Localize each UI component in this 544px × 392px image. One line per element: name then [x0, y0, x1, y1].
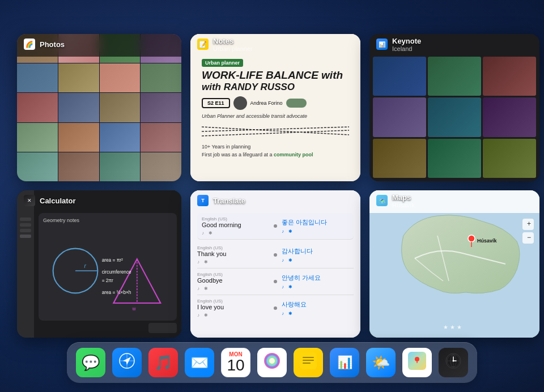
slide-thumb — [428, 57, 481, 96]
keynote-label: Keynote Iceland — [392, 37, 421, 52]
dock-app-photos[interactable] — [257, 348, 287, 377]
translate-dot2 — [274, 253, 277, 257]
slide-thumb — [483, 139, 536, 178]
photo-cell — [141, 123, 181, 152]
notes-last: First job was as a lifeguard at a commun… — [202, 152, 349, 157]
svg-text:Húsavík: Húsavík — [477, 238, 498, 244]
translate-dot3 — [274, 280, 277, 283]
calculator-label: Calculator — [40, 197, 76, 205]
music-icon: 🎵 — [154, 354, 172, 372]
svg-rect-30 — [303, 360, 314, 361]
svg-text:circumference: circumference — [102, 269, 131, 275]
dock-app-safari[interactable] — [112, 348, 142, 377]
photo-cell — [100, 123, 141, 152]
svg-rect-31 — [303, 363, 311, 364]
keynote-header: 📊 Keynote Iceland — [369, 34, 539, 54]
notes-label: Notes Urban planner — [213, 37, 253, 52]
notes-badge-row: S2 E11 Andrea Forino — [202, 96, 349, 110]
calc-sidebar-item — [20, 218, 31, 221]
notes-app-subtitle: Urban planner — [213, 45, 253, 52]
translate-row: English (US) I love you ♪ ✱ 사랑해요 ♪ ✱ — [197, 295, 354, 321]
translate-action4: ✱ — [288, 229, 292, 234]
keynote-dock-icon: 📊 — [337, 355, 352, 370]
translate-to-text3: 안녕히 가세요 — [282, 274, 354, 282]
translate-to-text4: 사랑해요 — [282, 300, 354, 309]
translate-left: English (US) Good morning ♪ ✱ — [202, 216, 269, 236]
translate-left: English (US) I love you ♪ ✱ — [197, 299, 269, 318]
translate-dot — [274, 224, 277, 228]
photo-cell — [17, 63, 58, 92]
svg-point-42 — [453, 360, 454, 361]
calc-sidebar-item — [20, 235, 31, 238]
translate-to-text2: 감사합니다 — [282, 247, 354, 255]
notes-tag: Urban planner — [202, 59, 243, 67]
translate-right4: 사랑해요 ♪ ✱ — [282, 300, 354, 316]
calculator-header: ✕ Calculator — [17, 190, 181, 211]
photo-cell — [17, 152, 58, 181]
translate-content: English (US) Good morning ♪ ✱ 좋은 아침입니다 ♪… — [190, 190, 360, 338]
photos-app-card[interactable]: 🌈 Photos — [17, 34, 181, 181]
translate-action2: ✱ — [209, 231, 212, 236]
notes-app-title: Notes — [213, 37, 253, 45]
calc-sketch-title: Geometry notes — [43, 218, 172, 223]
mail-icon: ✉️ — [190, 354, 209, 372]
dock-app-calendar[interactable]: MON 10 — [221, 348, 250, 377]
translate-app-card[interactable]: English (US) Good morning ♪ ✱ 좋은 아침입니다 ♪… — [190, 190, 360, 338]
slide-thumb — [373, 139, 426, 178]
calculator-app-card[interactable]: Geometry notes r area = πr² circumferenc… — [17, 190, 181, 338]
keynote-slides — [369, 34, 539, 181]
calc-sketch: Geometry notes r area = πr² circumferenc… — [39, 213, 177, 321]
maps-label: Maps Húsavík — [392, 193, 415, 208]
calc-bottom-button — [39, 323, 177, 333]
dock-app-weather[interactable]: 🌤️ — [366, 348, 396, 377]
dock-app-notes[interactable] — [294, 348, 323, 377]
notes-app-card[interactable]: Urban planner WORK-LIFE BALANCE with wit… — [190, 34, 360, 181]
dock-app-messages[interactable]: 💬 — [76, 348, 105, 377]
translate-action1: ♪ — [202, 231, 204, 236]
translate-right2: 감사합니다 ♪ ✱ — [282, 247, 354, 263]
notes-sketch-lines — [202, 122, 349, 142]
notes-names: Andrea Forino — [250, 100, 283, 106]
calendar-day: 10 — [227, 357, 244, 373]
translate-row: English (US) Good morning ♪ ✱ 좋은 아침입니다 ♪… — [197, 213, 354, 240]
keynote-app-subtitle: Iceland — [392, 45, 421, 52]
svg-text:= 2πr: = 2πr — [102, 278, 113, 283]
slide-thumb — [373, 57, 426, 96]
calc-sidebar-item — [20, 223, 31, 227]
calc-icon-small: ✕ — [24, 195, 35, 206]
photos-dock-icon — [263, 352, 281, 374]
translate-to-text: 좋은 아침입니다 — [282, 218, 349, 227]
notes-dock-icon — [300, 352, 317, 373]
photo-cell — [58, 93, 99, 122]
translate-right3: 안녕히 가세요 ♪ ✱ — [282, 274, 354, 289]
dock-app-mail[interactable]: ✉️ — [185, 348, 214, 377]
photo-cell — [17, 93, 58, 122]
svg-point-27 — [269, 358, 275, 364]
photo-cell — [17, 123, 58, 152]
photos-header: 🌈 Photos — [17, 34, 181, 54]
translate-from-text: Good morning — [202, 221, 269, 228]
keynote-app-card[interactable]: 📊 Keynote Iceland — [369, 34, 539, 181]
notes-icon-small: 📝 — [197, 39, 209, 50]
dock-app-worldclock[interactable] — [439, 348, 468, 377]
keynote-icon-small: 📊 — [376, 39, 388, 50]
maps-app-card[interactable]: Húsavík + − ★ ★ ★ 🗺️ Maps Húsavík — [369, 190, 539, 338]
dock-app-music[interactable]: 🎵 — [148, 348, 178, 377]
translate-left: English (US) Thank you ♪ ✱ — [197, 245, 269, 265]
svg-text:w: w — [132, 306, 136, 312]
translate-left: English (US) Goodbye ♪ ✱ — [197, 272, 269, 291]
svg-text:area = πr²: area = πr² — [102, 257, 123, 263]
translate-row: English (US) Thank you ♪ ✱ 감사합니다 ♪ ✱ — [197, 242, 354, 269]
dock-app-keynote[interactable]: 📊 — [330, 348, 359, 377]
dock-app-maps[interactable] — [402, 348, 432, 377]
photos-app-title: Photos — [40, 40, 65, 49]
svg-point-14 — [468, 235, 475, 242]
photo-cell — [100, 152, 141, 181]
maps-header: 🗺️ Maps Húsavík — [369, 190, 539, 211]
maps-app-title: Maps — [392, 193, 415, 202]
svg-text:r: r — [84, 263, 87, 269]
svg-rect-29 — [303, 357, 314, 358]
maps-app-subtitle: Húsavík — [392, 202, 415, 208]
weather-icon: 🌤️ — [372, 354, 390, 372]
translate-lang-from2: English (US) — [197, 245, 269, 250]
